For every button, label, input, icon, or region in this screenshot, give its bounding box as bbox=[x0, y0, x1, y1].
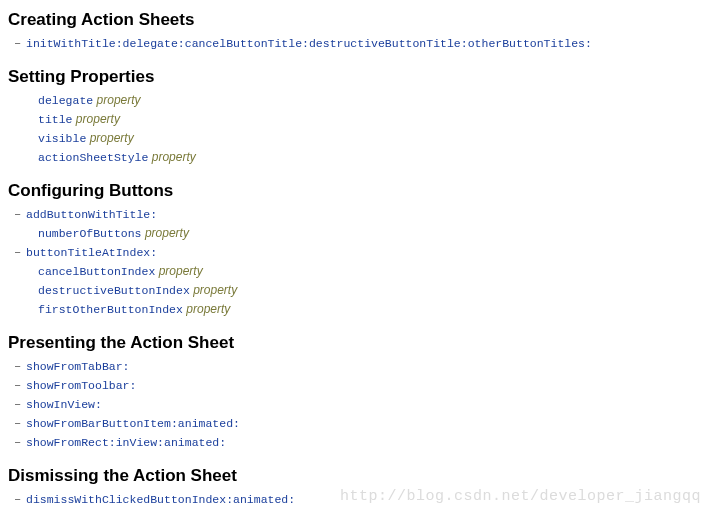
api-symbol-link[interactable]: firstOtherButtonIndex bbox=[38, 303, 183, 316]
api-symbol-link[interactable]: showFromRect:inView:animated: bbox=[26, 436, 226, 449]
property-label: property bbox=[76, 112, 120, 126]
list-item: –showFromToolbar: bbox=[26, 376, 719, 395]
api-symbol-link[interactable]: visible bbox=[38, 132, 86, 145]
method-dash-icon: – bbox=[14, 35, 26, 53]
list-item: visible property bbox=[26, 129, 719, 148]
api-symbol-link[interactable]: cancelButtonIndex bbox=[38, 265, 155, 278]
method-dash-icon: – bbox=[14, 396, 26, 414]
api-symbol-link[interactable]: buttonTitleAtIndex: bbox=[26, 246, 157, 259]
list-item: delegate property bbox=[26, 91, 719, 110]
api-symbol-link[interactable]: numberOfButtons bbox=[38, 227, 142, 240]
list-item: –showFromRect:inView:animated: bbox=[26, 433, 719, 452]
list-item: destructiveButtonIndex property bbox=[26, 281, 719, 300]
method-dash-icon: – bbox=[14, 206, 26, 224]
section-items: –initWithTitle:delegate:cancelButtonTitl… bbox=[26, 34, 719, 53]
api-symbol-link[interactable]: actionSheetStyle bbox=[38, 151, 148, 164]
method-dash-icon: – bbox=[14, 491, 26, 509]
list-item: –addButtonWithTitle: bbox=[26, 205, 719, 224]
api-symbol-link[interactable]: title bbox=[38, 113, 73, 126]
section-heading: Presenting the Action Sheet bbox=[8, 333, 719, 353]
list-item: firstOtherButtonIndex property bbox=[26, 300, 719, 319]
api-symbol-link[interactable]: showFromBarButtonItem:animated: bbox=[26, 417, 240, 430]
api-symbol-link[interactable]: initWithTitle:delegate:cancelButtonTitle… bbox=[26, 37, 592, 50]
list-item: title property bbox=[26, 110, 719, 129]
section-heading: Configuring Buttons bbox=[8, 181, 719, 201]
section-items: delegate propertytitle propertyvisible p… bbox=[26, 91, 719, 167]
method-dash-icon: – bbox=[14, 377, 26, 395]
list-item: –buttonTitleAtIndex: bbox=[26, 243, 719, 262]
api-symbol-link[interactable]: destructiveButtonIndex bbox=[38, 284, 190, 297]
list-item: numberOfButtons property bbox=[26, 224, 719, 243]
method-dash-icon: – bbox=[14, 434, 26, 452]
property-label: property bbox=[145, 226, 189, 240]
method-dash-icon: – bbox=[14, 415, 26, 433]
property-label: property bbox=[159, 264, 203, 278]
api-symbol-link[interactable]: dismissWithClickedButtonIndex:animated: bbox=[26, 493, 295, 506]
list-item: –showFromBarButtonItem:animated: bbox=[26, 414, 719, 433]
property-label: property bbox=[97, 93, 141, 107]
api-symbol-link[interactable]: showFromToolbar: bbox=[26, 379, 136, 392]
api-symbol-link[interactable]: showInView: bbox=[26, 398, 102, 411]
api-symbol-link[interactable]: addButtonWithTitle: bbox=[26, 208, 157, 221]
section-items: –showFromTabBar:–showFromToolbar:–showIn… bbox=[26, 357, 719, 452]
section-items: –dismissWithClickedButtonIndex:animated: bbox=[26, 490, 719, 509]
section-heading: Setting Properties bbox=[8, 67, 719, 87]
list-item: –dismissWithClickedButtonIndex:animated: bbox=[26, 490, 719, 509]
api-symbol-link[interactable]: delegate bbox=[38, 94, 93, 107]
property-label: property bbox=[152, 150, 196, 164]
property-label: property bbox=[186, 302, 230, 316]
api-symbol-link[interactable]: showFromTabBar: bbox=[26, 360, 130, 373]
method-dash-icon: – bbox=[14, 358, 26, 376]
property-label: property bbox=[90, 131, 134, 145]
property-label: property bbox=[193, 283, 237, 297]
list-item: –showInView: bbox=[26, 395, 719, 414]
section-heading: Dismissing the Action Sheet bbox=[8, 466, 719, 486]
list-item: –initWithTitle:delegate:cancelButtonTitl… bbox=[26, 34, 719, 53]
section-items: –addButtonWithTitle:numberOfButtons prop… bbox=[26, 205, 719, 319]
list-item: actionSheetStyle property bbox=[26, 148, 719, 167]
list-item: cancelButtonIndex property bbox=[26, 262, 719, 281]
method-dash-icon: – bbox=[14, 244, 26, 262]
section-heading: Creating Action Sheets bbox=[8, 10, 719, 30]
list-item: –showFromTabBar: bbox=[26, 357, 719, 376]
